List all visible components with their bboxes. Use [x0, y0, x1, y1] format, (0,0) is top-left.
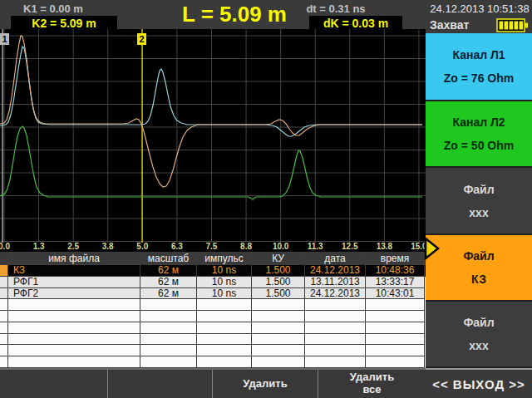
table-cell	[140, 334, 197, 346]
table-cell	[252, 322, 305, 334]
x-tick-label: 11.3	[304, 242, 326, 251]
file-slot-1-button[interactable]: Файл xxx	[426, 168, 532, 233]
table-row	[0, 356, 426, 368]
table-cell[interactable]: 10 ns	[197, 288, 252, 300]
table-row[interactable]: КЗ62 м10 ns1.50024.12.201310:48:36	[0, 265, 426, 277]
table-cell	[305, 334, 366, 346]
file-slot-1-title: Файл	[463, 184, 494, 195]
table-cell[interactable]: РФГ1	[8, 277, 140, 288]
softkey-blank-2	[108, 370, 213, 398]
row-gutter	[0, 345, 8, 356]
x-tick-label: 2.5	[62, 242, 84, 251]
file-slot-1-name: xxx	[469, 207, 488, 219]
table-cell	[252, 345, 305, 356]
table-cell	[366, 322, 425, 334]
row-gutter	[0, 277, 8, 288]
table-cell	[366, 345, 425, 356]
table-cell[interactable]: 10:48:36	[366, 265, 425, 277]
capture-mode-label: Захват	[430, 18, 469, 32]
x-tick-label: 12.5	[339, 242, 361, 251]
x-tick-label: 6.3	[166, 242, 188, 251]
table-row[interactable]: РФГ162 м10 ns1.50013.11.201313:33:17	[0, 277, 426, 288]
bottom-softkey-bar: Удалить Удалить все	[0, 368, 426, 398]
cursor1-readout: K1 = 0.00 m	[23, 2, 83, 15]
exit-button[interactable]: << ВЫХОД >>	[426, 368, 532, 398]
table-cell[interactable]: 62 м	[140, 265, 197, 277]
row-gutter	[0, 288, 8, 300]
table-cell	[305, 299, 366, 311]
column-header: импульс	[197, 252, 252, 265]
table-cell[interactable]: 1.500	[252, 277, 305, 288]
table-cell	[8, 345, 140, 356]
channel-l2-title: Канал Л2	[452, 116, 505, 128]
file-slot-3-title: Файл	[463, 317, 494, 328]
x-tick-label: 3.8	[97, 242, 119, 251]
delete-all-button[interactable]: Удалить все	[318, 370, 426, 398]
file-slot-3-button[interactable]: Файл xxx	[426, 302, 532, 366]
table-cell	[8, 311, 140, 322]
table-cell[interactable]: КЗ	[8, 265, 140, 277]
table-cell	[140, 311, 197, 322]
column-header: дата	[305, 252, 366, 265]
table-cell[interactable]: 24.12.2013	[305, 265, 366, 277]
x-tick-label: 10.0	[270, 242, 292, 251]
table-cell[interactable]: 13.11.2013	[305, 277, 366, 288]
table-cell	[305, 311, 366, 322]
file-kz-button[interactable]: Файл КЗ	[426, 235, 532, 300]
table-cell	[197, 322, 252, 334]
cursor-1-marker[interactable]: 1	[0, 33, 9, 45]
table-cell[interactable]: 13:33:17	[366, 277, 425, 288]
table-cell	[252, 356, 305, 368]
channel-l1-title: Канал Л1	[452, 49, 505, 61]
column-header: КУ	[252, 252, 305, 265]
file-table: имя файламасштабимпульсКУдатавремяКЗ62 м…	[0, 252, 426, 368]
table-cell	[366, 311, 425, 322]
table-cell	[8, 356, 140, 368]
table-cell[interactable]: 24.12.2013	[305, 288, 366, 300]
table-cell[interactable]: 62 м	[140, 277, 197, 288]
file-slot-3-name: xxx	[469, 340, 488, 351]
column-header: имя файла	[8, 252, 140, 265]
table-cell[interactable]: 1.500	[252, 265, 305, 277]
file-kz-name: КЗ	[471, 273, 486, 285]
table-row	[0, 334, 426, 346]
channel-l1-impedance: Zo = 76 Ohm	[444, 72, 514, 84]
row-gutter	[0, 299, 8, 311]
table-cell	[197, 356, 252, 368]
delta-time-readout: dt = 0.31 ns	[281, 2, 391, 15]
exit-label: << ВЫХОД >>	[432, 377, 525, 391]
table-cell	[8, 299, 140, 311]
row-gutter	[0, 356, 8, 368]
table-cell[interactable]: 10 ns	[197, 277, 252, 288]
x-tick-label: 8.8	[235, 242, 257, 251]
channel-l1-button[interactable]: Канал Л1 Zo = 76 Ohm	[426, 33, 532, 100]
battery-icon	[496, 18, 530, 32]
table-cell	[366, 299, 425, 311]
table-cell	[305, 345, 366, 356]
channel-l2-button[interactable]: Канал Л2 Zo = 50 Ohm	[426, 101, 532, 166]
table-row	[0, 345, 426, 356]
table-row[interactable]: РФГ262 м10 ns1.50024.12.201310:43:01	[0, 288, 426, 300]
delete-button[interactable]: Удалить	[213, 370, 318, 398]
softkey-blank-1	[0, 370, 108, 398]
table-cell[interactable]: РФГ2	[8, 288, 140, 300]
sidebar: Канал Л1 Zo = 76 Ohm Канал Л2 Zo = 50 Oh…	[426, 33, 532, 398]
row-gutter	[0, 265, 8, 277]
table-cell	[197, 334, 252, 346]
x-tick-label: 5.0	[131, 242, 153, 251]
table-cell	[197, 299, 252, 311]
table-cell	[252, 334, 305, 346]
table-cell	[140, 299, 197, 311]
table-cell	[366, 356, 425, 368]
x-tick-label: 0.0	[0, 242, 15, 251]
x-tick-label: 13.8	[373, 242, 395, 251]
table-cell	[140, 322, 197, 334]
selection-arrow-icon	[424, 237, 441, 260]
table-cell[interactable]: 1.500	[252, 288, 305, 300]
table-cell	[252, 311, 305, 322]
table-cell[interactable]: 62 м	[140, 288, 197, 300]
cursor-2-marker[interactable]: 2	[137, 33, 146, 45]
table-cell[interactable]: 10:43:01	[366, 288, 425, 300]
table-cell	[252, 299, 305, 311]
table-cell[interactable]: 10 ns	[197, 265, 252, 277]
